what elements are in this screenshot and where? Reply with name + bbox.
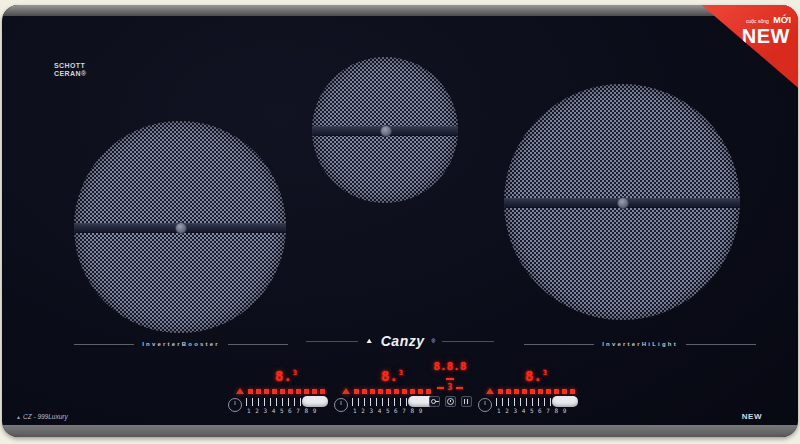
zone-control-left: 8.3 1 2 3 4 5 6 7 8 9 (228, 362, 330, 420)
zone-power-icon (334, 398, 348, 412)
divider-line (524, 344, 594, 345)
power-digit: 8. (381, 368, 398, 384)
power-level-display: 8.3 (334, 366, 436, 385)
power-slider: 1 2 3 4 5 6 7 8 9 (246, 398, 328, 415)
zone-power-icon (478, 398, 492, 412)
boost-indicator: 3 (543, 369, 547, 377)
canzy-logo: ▲ Canzy ® (300, 333, 500, 349)
timer-indicator-dash (446, 378, 454, 380)
caret-icon: ▲ (365, 337, 374, 344)
zone-center-dot (617, 197, 629, 209)
child-lock-button (429, 396, 440, 407)
feature-label-right: InverterHiLight (524, 341, 756, 347)
timer-plus-key (456, 387, 463, 389)
new-ribbon: cuộc sống MỚI NEW (686, 5, 798, 97)
model-text: CZ - 999Luxury (23, 413, 68, 420)
cooking-zone-right (504, 84, 740, 320)
schott-line1: SCHOTT (54, 62, 86, 70)
warning-triangle-icon (486, 388, 494, 394)
power-level-bar (498, 389, 576, 394)
top-bevel-edge (2, 5, 798, 16)
feature-label-right-text: InverterHiLight (602, 341, 678, 347)
slider-pill (302, 396, 328, 407)
timer-button (445, 396, 456, 407)
feature-label-left-text: InverterBooster (142, 341, 220, 347)
zone-center-dot (175, 222, 187, 234)
zone-control-right: 8.3 1 2 3 4 5 6 7 8 9 (478, 362, 580, 420)
divider-line (228, 344, 288, 345)
power-level-bar (248, 389, 326, 394)
schott-ceran-logo: SCHOTT CERAN® (54, 62, 86, 79)
power-digit: 8. (525, 368, 542, 384)
canzy-logo-text: Canzy (381, 333, 425, 349)
power-level-display: 8.3 (228, 366, 330, 385)
model-label: ▲ CZ - 999Luxury (16, 413, 68, 420)
warning-triangle-icon (342, 388, 350, 394)
function-buttons (422, 396, 478, 407)
cooktop-surface: SCHOTT CERAN® cuộc sống MỚI NEW Inverter… (2, 5, 798, 437)
tagline-small: cuộc sống (746, 18, 769, 24)
cooking-zone-middle (312, 57, 458, 203)
slider-scale: 1 2 3 4 5 6 7 8 9 (353, 407, 422, 414)
tagline-big: MỚI (773, 15, 791, 25)
zone-power-icon (228, 398, 242, 412)
zone-center-dot (380, 125, 392, 137)
slider-scale: 1 2 3 4 5 6 7 8 9 (497, 407, 566, 414)
timer-value: 3 (448, 383, 453, 392)
power-digit: 8. (275, 368, 292, 384)
slider-pill (552, 396, 578, 407)
feature-label-left: InverterBooster (74, 341, 288, 347)
mini-caret-icon: ▲ (16, 414, 21, 420)
boost-indicator: 3 (293, 369, 297, 377)
new-label: NEW (742, 25, 790, 48)
divider-line (74, 344, 134, 345)
power-level-bar (354, 389, 432, 394)
timer-minus-key (437, 387, 444, 389)
timer-cluster: 8.8.8 3 (422, 358, 478, 420)
zone-control-middle: 8.3 1 2 3 4 5 6 7 8 9 (334, 362, 436, 420)
corner-new-label: NEW (742, 412, 762, 421)
pause-button (461, 396, 472, 407)
timer-adjust-row: 3 (422, 383, 478, 392)
boost-indicator: 3 (399, 369, 403, 377)
timer-display: 8.8.8 (422, 360, 478, 373)
slider-scale: 1 2 3 4 5 6 7 8 9 (247, 407, 316, 414)
warning-triangle-icon (236, 388, 244, 394)
schott-line2: CERAN® (54, 70, 86, 78)
divider-line (306, 341, 358, 342)
registered-mark: ® (431, 338, 435, 344)
divider-line (686, 344, 756, 345)
divider-line (442, 341, 494, 342)
bottom-bevel-edge (2, 425, 798, 437)
cooking-zone-left (74, 121, 286, 333)
power-slider: 1 2 3 4 5 6 7 8 9 (496, 398, 578, 415)
power-level-display: 8.3 (478, 366, 580, 385)
